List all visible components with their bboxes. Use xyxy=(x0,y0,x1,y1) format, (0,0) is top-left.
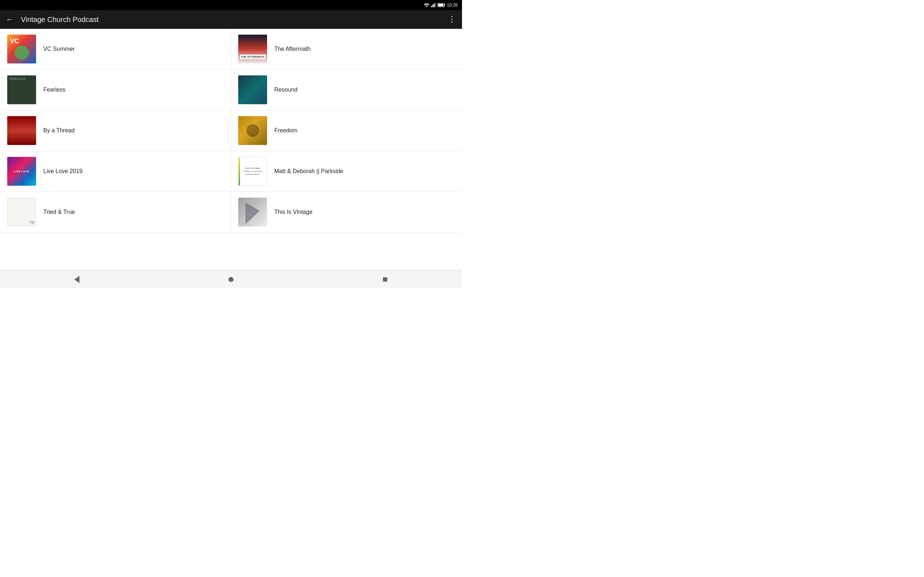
wifi-icon xyxy=(424,3,430,7)
back-triangle-icon xyxy=(74,276,79,283)
podcast-item-resound[interactable]: Resound xyxy=(231,69,462,110)
overflow-menu-button[interactable]: ⋮ xyxy=(448,16,456,23)
podcast-name-aftermath: The Aftermath xyxy=(274,46,311,52)
podcast-grid: VC SummerThe AftermathFearlessResoundBy … xyxy=(0,29,462,233)
svg-rect-2 xyxy=(433,4,434,7)
podcast-item-parkside[interactable]: Inspiring bridge builders to live and lo… xyxy=(231,151,462,192)
podcast-item-fearless[interactable]: Fearless xyxy=(0,69,231,110)
nav-recent-button[interactable] xyxy=(374,272,396,287)
signal-icon xyxy=(431,3,436,7)
svg-rect-3 xyxy=(434,3,435,7)
podcast-thumb-vc-summer xyxy=(7,35,36,63)
podcast-item-thisvintage[interactable]: This Is Vintage xyxy=(231,192,462,233)
podcast-name-freedom: Freedom xyxy=(274,127,297,134)
podcast-name-livelove: Live Love 2019 xyxy=(43,168,82,174)
podcast-name-fearless: Fearless xyxy=(43,87,65,93)
svg-rect-6 xyxy=(444,4,445,6)
podcast-thumb-parkside: Inspiring bridge builders to live and lo… xyxy=(238,157,267,186)
svg-rect-7 xyxy=(438,4,443,6)
podcast-thumb-freedom xyxy=(238,116,267,145)
nav-back-button[interactable] xyxy=(66,272,88,287)
battery-icon xyxy=(438,3,446,7)
podcast-item-livelove[interactable]: Live Love 2019 xyxy=(0,151,231,192)
podcast-name-thisvintage: This Is Vintage xyxy=(274,209,313,215)
podcast-item-freedom[interactable]: Freedom xyxy=(231,110,462,151)
podcast-thumb-byathread xyxy=(7,116,36,145)
podcast-name-vc-summer: VC Summer xyxy=(43,46,75,52)
svg-rect-4 xyxy=(435,3,436,7)
podcast-thumb-aftermath xyxy=(238,35,267,63)
podcast-thumb-resound xyxy=(238,76,267,104)
podcast-item-byathread[interactable]: By a Thread xyxy=(0,110,231,151)
podcast-name-byathread: By a Thread xyxy=(43,127,75,134)
podcast-item-triedtrue[interactable]: Tried & True xyxy=(0,192,231,233)
nav-home-button[interactable] xyxy=(220,272,242,287)
parkside-subtext: Inspiring bridge builders to live and lo… xyxy=(239,167,267,176)
podcast-thumb-livelove xyxy=(7,157,36,186)
podcast-name-triedtrue: Tried & True xyxy=(43,209,75,215)
status-icons: 10:26 xyxy=(424,3,458,8)
recent-square-icon xyxy=(383,277,387,282)
svg-rect-0 xyxy=(431,6,432,7)
podcast-item-vc-summer[interactable]: VC Summer xyxy=(0,29,231,69)
content-area: VC SummerThe AftermathFearlessResoundBy … xyxy=(0,29,462,270)
podcast-thumb-fearless xyxy=(7,76,36,104)
podcast-item-aftermath[interactable]: The Aftermath xyxy=(231,29,462,69)
podcast-name-parkside: Matt & Deborah || Parkside xyxy=(274,168,344,174)
home-circle-icon xyxy=(228,277,234,282)
app-bar: ← Vintage Church Podcast ⋮ xyxy=(0,10,462,29)
podcast-thumb-triedtrue xyxy=(7,198,36,226)
podcast-name-resound: Resound xyxy=(274,87,297,93)
svg-rect-1 xyxy=(432,5,433,7)
back-button[interactable]: ← xyxy=(6,16,14,23)
status-time: 10:26 xyxy=(447,3,458,8)
podcast-thumb-thisvintage xyxy=(238,198,267,226)
nav-bar xyxy=(0,270,462,288)
page-title: Vintage Church Podcast xyxy=(21,16,448,24)
status-bar: 10:26 xyxy=(0,0,462,10)
